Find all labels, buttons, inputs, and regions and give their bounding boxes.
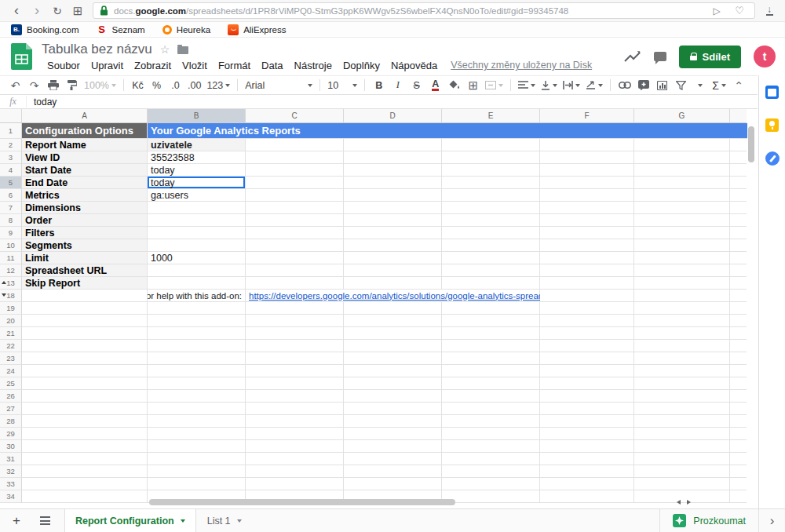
horizontal-scrollbar[interactable] bbox=[149, 499, 455, 505]
cell-F23[interactable] bbox=[540, 352, 634, 365]
row-header-28[interactable]: 28 bbox=[0, 415, 22, 428]
cell-partial[interactable] bbox=[730, 315, 747, 327]
cell-D23[interactable] bbox=[344, 352, 442, 365]
cell-partial[interactable] bbox=[730, 377, 747, 390]
cell-D30[interactable] bbox=[344, 440, 442, 453]
cell-G11[interactable] bbox=[634, 252, 730, 264]
cell-B25[interactable] bbox=[148, 377, 246, 390]
cell-G33[interactable] bbox=[634, 478, 730, 490]
cell-E5[interactable] bbox=[442, 177, 540, 189]
cell-B10[interactable] bbox=[148, 239, 246, 252]
cell-E21[interactable] bbox=[442, 327, 540, 340]
cell-C24[interactable] bbox=[246, 365, 344, 377]
cell-F21[interactable] bbox=[540, 327, 634, 340]
cell-partial[interactable] bbox=[730, 214, 747, 227]
cell-B21[interactable] bbox=[148, 327, 246, 340]
menu-doplnky[interactable]: Doplňky bbox=[338, 59, 385, 72]
cell-A26[interactable] bbox=[22, 390, 148, 403]
scroll-left-icon[interactable] bbox=[677, 500, 681, 505]
cell-A8[interactable]: Order bbox=[22, 214, 148, 227]
cell-A33[interactable] bbox=[22, 478, 148, 490]
cell-D32[interactable] bbox=[344, 465, 442, 478]
cell-C30[interactable] bbox=[246, 440, 344, 453]
cell-D3[interactable] bbox=[344, 151, 442, 164]
print-button[interactable] bbox=[44, 77, 62, 93]
cell-E25[interactable] bbox=[442, 377, 540, 390]
cell-C11[interactable] bbox=[246, 252, 344, 264]
column-header-C[interactable]: C bbox=[246, 109, 344, 123]
cell-E7[interactable] bbox=[442, 202, 540, 214]
cell-B24[interactable] bbox=[148, 365, 246, 377]
cell-C31[interactable] bbox=[246, 453, 344, 465]
cell-D22[interactable] bbox=[344, 340, 442, 352]
cell-E24[interactable] bbox=[442, 365, 540, 377]
cell-D31[interactable] bbox=[344, 453, 442, 465]
cell-F5[interactable] bbox=[540, 177, 634, 189]
cell-C22[interactable] bbox=[246, 340, 344, 352]
cell-E33[interactable] bbox=[442, 478, 540, 490]
speed-dial-icon[interactable] bbox=[69, 3, 86, 19]
cell-A21[interactable] bbox=[22, 327, 148, 340]
column-header-D[interactable]: D bbox=[344, 109, 442, 123]
save-status-link[interactable]: Všechny změny uloženy na Disk bbox=[451, 60, 592, 71]
cell-D5[interactable] bbox=[344, 177, 442, 189]
row-header-25[interactable]: 25 bbox=[0, 377, 22, 390]
cell-C7[interactable] bbox=[246, 202, 344, 214]
row-header-29[interactable]: 29 bbox=[0, 428, 22, 440]
cell-A3[interactable]: View ID bbox=[22, 151, 148, 164]
tab-list-1[interactable]: List 1 bbox=[196, 516, 253, 527]
add-sheet-button[interactable] bbox=[0, 513, 33, 529]
paint-format-button[interactable] bbox=[63, 77, 81, 93]
cell-A19[interactable] bbox=[22, 302, 148, 315]
cell-partial[interactable] bbox=[730, 239, 747, 252]
zoom-select[interactable]: 100% bbox=[82, 77, 119, 93]
cell-A32[interactable] bbox=[22, 465, 148, 478]
cell-C4[interactable] bbox=[246, 164, 344, 177]
cell-F26[interactable] bbox=[540, 390, 634, 403]
cell-D20[interactable] bbox=[344, 315, 442, 327]
cell-D27[interactable] bbox=[344, 403, 442, 415]
cell-A31[interactable] bbox=[22, 453, 148, 465]
row-header-11[interactable]: 11 bbox=[0, 252, 22, 264]
cell-F30[interactable] bbox=[540, 440, 634, 453]
column-header-A[interactable]: A bbox=[22, 109, 148, 123]
cell-C21[interactable] bbox=[246, 327, 344, 340]
cell-partial[interactable] bbox=[730, 227, 747, 239]
cell-F13[interactable] bbox=[540, 277, 634, 290]
cell-F22[interactable] bbox=[540, 340, 634, 352]
row-header-31[interactable]: 31 bbox=[0, 453, 22, 465]
cell-B30[interactable] bbox=[148, 440, 246, 453]
cell-B9[interactable] bbox=[148, 227, 246, 239]
cell-partial[interactable] bbox=[730, 327, 747, 340]
cell-G25[interactable] bbox=[634, 377, 730, 390]
cell-F27[interactable] bbox=[540, 403, 634, 415]
cell-partial[interactable] bbox=[730, 277, 747, 290]
sheets-logo-icon[interactable] bbox=[11, 43, 32, 70]
cell-E20[interactable] bbox=[442, 315, 540, 327]
borders-button[interactable] bbox=[464, 77, 482, 93]
cell-G24[interactable] bbox=[634, 365, 730, 377]
font-size-select[interactable]: 10 bbox=[325, 77, 360, 93]
cell-B5[interactable]: today bbox=[148, 177, 246, 189]
forward-icon[interactable] bbox=[28, 3, 46, 19]
cell-F12[interactable] bbox=[540, 264, 634, 277]
insert-link-button[interactable] bbox=[615, 77, 633, 93]
menu-nastroje[interactable]: Nástroje bbox=[289, 59, 338, 72]
cell-A1[interactable]: Configuration Options bbox=[22, 123, 148, 139]
row-header-7[interactable]: 7 bbox=[0, 202, 22, 214]
cell-F25[interactable] bbox=[540, 377, 634, 390]
row-header-5[interactable]: 5 bbox=[0, 177, 22, 189]
cell-partial[interactable] bbox=[730, 478, 747, 490]
row-header-20[interactable]: 20 bbox=[0, 315, 22, 327]
cell-E3[interactable] bbox=[442, 151, 540, 164]
row-header-3[interactable]: 3 bbox=[0, 151, 22, 164]
row-header-32[interactable]: 32 bbox=[0, 465, 22, 478]
cell-B11[interactable]: 1000 bbox=[148, 252, 246, 264]
cell-G2[interactable] bbox=[634, 139, 730, 151]
cell-D4[interactable] bbox=[344, 164, 442, 177]
account-avatar[interactable]: t bbox=[754, 46, 776, 67]
bookmark-aliexpress[interactable]: AliExpress bbox=[228, 24, 286, 35]
horizontal-align-button[interactable] bbox=[516, 77, 538, 93]
address-bar[interactable]: docs.google.com/spreadsheets/d/1PR8rViMP… bbox=[93, 2, 755, 19]
cell-B7[interactable] bbox=[148, 202, 246, 214]
